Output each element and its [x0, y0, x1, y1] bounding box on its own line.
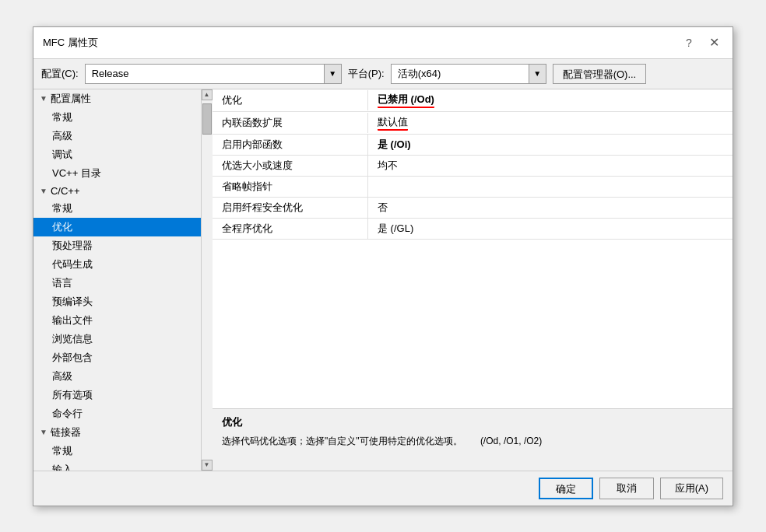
- tree-item-label: 浏览信息: [52, 333, 93, 345]
- prop-value-cell: 是 (/GL): [368, 219, 733, 239]
- prop-value-underlined: 默认值: [378, 115, 408, 131]
- prop-name-cell: 优选大小或速度: [213, 156, 368, 176]
- tree-scrollbar[interactable]: ▲ ▼: [201, 89, 212, 471]
- tree-leaf-item[interactable]: 优化: [33, 218, 201, 236]
- config-manager-button[interactable]: 配置管理器(O)...: [553, 64, 647, 84]
- tree-item-label: 输出文件: [52, 314, 93, 326]
- tree-item-label: 预编译头: [52, 296, 93, 307]
- tree-group-item[interactable]: ▼链接器: [33, 423, 201, 442]
- tree-item-label: 所有选项: [52, 389, 93, 401]
- tree-expand-icon: ▼: [40, 428, 47, 436]
- tree-item-label: C/C++: [51, 185, 80, 197]
- tree-group-item[interactable]: ▼配置属性: [33, 89, 201, 108]
- tree-leaf-item[interactable]: 调试: [33, 145, 201, 164]
- description-panel: 优化 选择代码优化选项；选择"自定义"可使用特定的优化选项。 (/Od, /O1…: [213, 408, 733, 471]
- platform-dropdown[interactable]: 活动(x64) ▼: [391, 64, 546, 84]
- description-text: 选择代码优化选项；选择"自定义"可使用特定的优化选项。 (/Od, /O1, /…: [222, 434, 723, 448]
- prop-name-cell: 启用内部函数: [213, 135, 368, 155]
- scroll-thumb[interactable]: [202, 103, 212, 135]
- tree-item-label: 常规: [52, 445, 72, 457]
- tree-item-label: 高级: [52, 370, 72, 382]
- platform-dropdown-value: 活动(x64): [392, 67, 529, 81]
- description-hint: (/Od, /O1, /O2): [480, 436, 542, 446]
- tree-leaf-item[interactable]: 输入: [33, 460, 201, 471]
- tree-item-label: 优化: [52, 221, 72, 233]
- tree-leaf-item[interactable]: 高级: [33, 127, 201, 145]
- prop-name-cell: 省略帧指针: [213, 177, 368, 197]
- table-row[interactable]: 省略帧指针: [213, 177, 733, 198]
- tree-expand-icon: ▼: [40, 94, 47, 103]
- tree-leaf-item[interactable]: 常规: [33, 442, 201, 460]
- scroll-down-button[interactable]: ▼: [202, 460, 213, 471]
- prop-value-cell: 已禁用 (/Od): [368, 89, 733, 111]
- table-row[interactable]: 优选大小或速度均不: [213, 156, 733, 177]
- table-row[interactable]: 启用内部函数是 (/Oi): [213, 135, 733, 156]
- table-row[interactable]: 启用纤程安全优化否: [213, 198, 733, 219]
- tree-leaf-item[interactable]: 预处理器: [33, 236, 201, 255]
- prop-name-cell: 启用纤程安全优化: [213, 198, 368, 218]
- config-label: 配置(C):: [41, 67, 79, 81]
- tree-group-item[interactable]: ▼C/C++: [33, 183, 201, 199]
- prop-value-cell: 均不: [368, 156, 733, 176]
- properties-panel: 优化已禁用 (/Od)内联函数扩展默认值启用内部函数是 (/Oi)优选大小或速度…: [213, 89, 733, 471]
- dialog-title: MFC 属性页: [43, 36, 98, 50]
- prop-value-cell: 是 (/Oi): [368, 135, 733, 155]
- table-row[interactable]: 优化已禁用 (/Od): [213, 89, 733, 112]
- tree-leaf-item[interactable]: 命令行: [33, 404, 201, 423]
- ok-button[interactable]: 确定: [539, 478, 593, 499]
- tree-expand-icon: ▼: [40, 187, 47, 195]
- scroll-track: [202, 100, 213, 460]
- prop-value-cell: 默认值: [368, 112, 733, 134]
- platform-dropdown-arrow-icon[interactable]: ▼: [529, 65, 546, 83]
- tree-item-label: 语言: [52, 277, 72, 289]
- prop-name-cell: 内联函数扩展: [213, 113, 368, 133]
- tree-leaf-item[interactable]: 语言: [33, 274, 201, 292]
- tree-item-label: 配置属性: [51, 92, 91, 106]
- cancel-button[interactable]: 取消: [599, 478, 654, 499]
- config-dropdown[interactable]: Release ▼: [85, 64, 342, 84]
- properties-table: 优化已禁用 (/Od)内联函数扩展默认值启用内部函数是 (/Oi)优选大小或速度…: [213, 89, 733, 408]
- tree-panel: ▼配置属性常规高级调试VC++ 目录▼C/C++常规优化预处理器代码生成语言预编…: [33, 89, 201, 471]
- close-button[interactable]: ✕: [705, 33, 723, 52]
- config-dropdown-arrow-icon[interactable]: ▼: [324, 65, 341, 83]
- tree-leaf-item[interactable]: 代码生成: [33, 255, 201, 274]
- prop-value-underlined: 已禁用 (/Od): [378, 93, 434, 108]
- tree-item-label: 常规: [52, 202, 72, 214]
- tree-leaf-item[interactable]: VC++ 目录: [33, 164, 201, 183]
- platform-label: 平台(P):: [348, 67, 385, 81]
- tree-item-label: 预处理器: [52, 240, 93, 251]
- apply-button[interactable]: 应用(A): [660, 478, 723, 499]
- tree-leaf-item[interactable]: 高级: [33, 367, 201, 386]
- tree-leaf-item[interactable]: 所有选项: [33, 386, 201, 404]
- tree-panel-container: ▼配置属性常规高级调试VC++ 目录▼C/C++常规优化预处理器代码生成语言预编…: [33, 89, 213, 471]
- description-title: 优化: [222, 415, 723, 429]
- mfc-properties-dialog: MFC 属性页 ? ✕ 配置(C): Release ▼ 平台(P): 活动(x…: [33, 26, 733, 506]
- tree-leaf-item[interactable]: 外部包含: [33, 348, 201, 367]
- tree-item-label: VC++ 目录: [52, 167, 101, 179]
- tree-item-label: 命令行: [52, 408, 83, 419]
- tree-item-label: 代码生成: [52, 258, 93, 270]
- footer: 确定 取消 应用(A): [33, 471, 733, 506]
- title-bar: MFC 属性页 ? ✕: [33, 27, 733, 59]
- tree-leaf-item[interactable]: 输出文件: [33, 311, 201, 330]
- prop-name-cell: 全程序优化: [213, 219, 368, 239]
- prop-value-cell: [368, 184, 733, 190]
- tree-leaf-item[interactable]: 常规: [33, 108, 201, 127]
- table-row[interactable]: 全程序优化是 (/GL): [213, 219, 733, 240]
- config-dropdown-value: Release: [86, 68, 324, 79]
- title-buttons: ? ✕: [680, 33, 723, 52]
- tree-item-label: 高级: [52, 130, 72, 142]
- tree-leaf-item[interactable]: 常规: [33, 199, 201, 218]
- tree-item-label: 常规: [52, 111, 72, 123]
- prop-name-cell: 优化: [213, 90, 368, 110]
- tree-leaf-item[interactable]: 浏览信息: [33, 330, 201, 348]
- tree-item-label: 链接器: [51, 425, 81, 439]
- description-main-text: 选择代码优化选项；选择"自定义"可使用特定的优化选项。: [222, 436, 462, 446]
- tree-item-label: 外部包含: [52, 352, 93, 363]
- tree-leaf-item[interactable]: 预编译头: [33, 292, 201, 311]
- tree-item-label: 调试: [52, 149, 72, 160]
- table-row[interactable]: 内联函数扩展默认值: [213, 112, 733, 135]
- help-button[interactable]: ?: [680, 33, 698, 52]
- toolbar: 配置(C): Release ▼ 平台(P): 活动(x64) ▼ 配置管理器(…: [33, 59, 733, 89]
- scroll-up-button[interactable]: ▲: [202, 89, 213, 100]
